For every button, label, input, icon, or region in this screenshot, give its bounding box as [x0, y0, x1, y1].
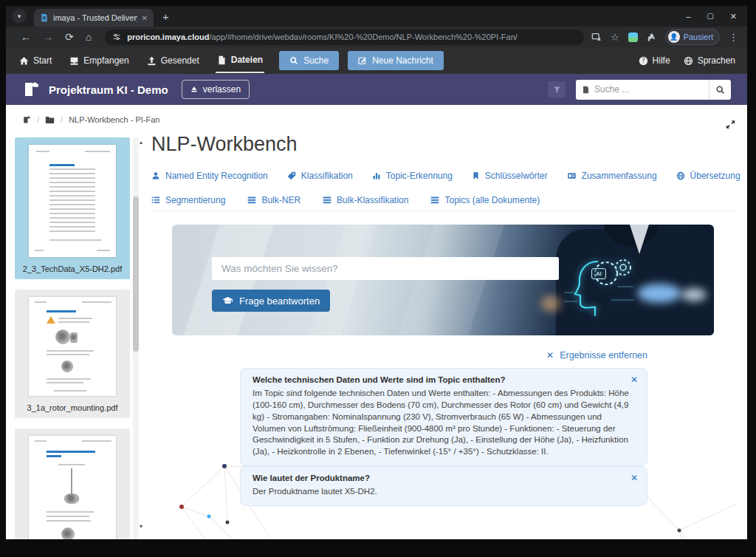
tab-schluesselwoerter[interactable]: Schlüsselwörter [472, 171, 548, 181]
url-path: /app/#home/drive/webdav/rooms/KI%20-%20D… [209, 33, 517, 41]
url-field[interactable]: proricon.imaya.cloud/app/#home/drive/web… [105, 30, 584, 45]
tab-label: Zusammenfassung [582, 171, 657, 181]
thumbnail-page-preview [29, 297, 116, 396]
inbox-icon [69, 56, 79, 66]
room-title: Projektraum KI - Demo [49, 83, 168, 96]
tab-topic-erkennung[interactable]: Topic-Erkennung [372, 171, 453, 181]
nav-item-gesendet[interactable]: Gesendet [145, 49, 201, 72]
answer-question-button[interactable]: Frage beantworten [212, 290, 330, 312]
nav-label: Start [33, 55, 52, 66]
tab-label: Segmentierung [165, 195, 225, 205]
remove-results-link[interactable]: ✕ Ergebnisse entfernen [546, 350, 647, 360]
extensions-puzzle-icon[interactable] [647, 33, 656, 42]
list-icon [151, 196, 160, 205]
sidebar-scrollbar[interactable] [133, 137, 139, 539]
new-message-button[interactable]: Neue Nachricht [348, 51, 444, 70]
nav-item-hilfe[interactable]: ? Hilfe [639, 55, 670, 66]
globe-icon [676, 171, 685, 180]
breadcrumb: / / NLP-Workbench - PI-Fan [22, 115, 159, 124]
home-icon[interactable]: ⌂ [86, 31, 92, 43]
ask-question-input[interactable] [212, 257, 559, 280]
thumbnail-rotor-mounting-pdf[interactable]: 3_1a_rotor_mounting.pdf [15, 290, 130, 418]
eject-icon [190, 86, 198, 93]
scroll-down-icon[interactable]: ▾ [140, 523, 142, 530]
tab-label: Übersetzung [690, 171, 740, 181]
svg-text:?: ? [642, 57, 645, 64]
browser-window: ▾ imaya - Trusted Delivery ✕ + – ▢ ✕ ← →… [6, 6, 747, 539]
thumbnail-page-preview [29, 436, 116, 539]
ai-chip-label: AI [591, 268, 606, 279]
window-close-button[interactable]: ✕ [730, 12, 737, 21]
tab-named-entity-recognition[interactable]: Named Entity Recognition [151, 171, 268, 181]
tab-segmentierung[interactable]: Segmentierung [151, 195, 225, 205]
magnifier-icon[interactable] [709, 80, 731, 100]
hero-decoration [180, 225, 275, 335]
nav-label: Empfangen [83, 55, 128, 66]
tab-close-icon[interactable]: ✕ [142, 14, 148, 22]
new-message-label: Neue Nachricht [372, 55, 433, 66]
workbench-tabs-row1: Named Entity Recognition Klassifikation … [151, 164, 747, 188]
qa-question: Welche technischen Daten und Werte sind … [252, 375, 635, 384]
bookmark-star-icon[interactable]: ☆ [611, 32, 619, 43]
hero-light-flare [541, 295, 560, 312]
nav-label: Dateien [231, 55, 263, 65]
page-title: NLP-Workbench [151, 133, 298, 156]
breadcrumb-current: NLP-Workbench - PI-Fan [69, 115, 159, 124]
nav-item-sprachen[interactable]: Sprachen [684, 55, 735, 66]
nav-item-empfangen[interactable]: Empfangen [68, 49, 130, 72]
nav-item-dateien[interactable]: Dateien [216, 48, 264, 73]
breadcrumb-root-icon[interactable] [22, 115, 31, 124]
send-to-device-icon[interactable] [591, 32, 602, 42]
scroll-up-icon[interactable]: ▴ [140, 139, 142, 146]
tab-uebersetzung[interactable]: Übersetzung [676, 171, 740, 181]
breadcrumb-folder-icon[interactable] [45, 115, 55, 124]
table-list-icon [430, 196, 439, 205]
thumbnail-third-pdf[interactable] [15, 428, 130, 539]
qa-question: Wie lautet der Produktname? [252, 474, 635, 482]
room-search-bar [576, 80, 731, 100]
new-tab-button[interactable]: + [162, 10, 169, 23]
help-label: Hilfe [653, 55, 670, 66]
qa-result-card: ✕ Wie lautet der Produktname? Der Produk… [240, 466, 647, 506]
nav-item-start[interactable]: Start [18, 49, 53, 72]
bookmark-icon [472, 171, 480, 180]
fullscreen-expand-icon[interactable] [726, 120, 735, 129]
room-filter-button[interactable] [548, 81, 566, 98]
profile-chip[interactable]: 👤 Pausiert [665, 29, 720, 45]
table-list-icon [247, 196, 256, 205]
hero-decoration [391, 225, 507, 335]
close-card-icon[interactable]: ✕ [630, 375, 638, 385]
back-icon[interactable]: ← [21, 31, 31, 43]
room-document-cloud-icon [22, 81, 40, 98]
browser-tab-strip: ▾ imaya - Trusted Delivery ✕ + – ▢ ✕ [6, 6, 747, 27]
site-info-icon[interactable] [112, 33, 121, 41]
forward-icon[interactable]: → [43, 31, 53, 43]
tab-label: Topics (alle Dokumente) [444, 195, 540, 205]
extension-colored-icon[interactable] [628, 33, 638, 42]
ask-ai-hero-banner: AI Frage beantworten [172, 225, 714, 335]
workbench-tabs-row2: Segmentierung Bulk-NER Bulk-Klassifikati… [151, 191, 540, 210]
window-minimize-button[interactable]: – [686, 12, 690, 21]
thumbnail-techdata-pdf[interactable]: 2_3_TechData_X5-DH2.pdf [15, 137, 130, 279]
tab-klassifikation[interactable]: Klassifikation [287, 171, 353, 181]
tab-favicon-icon [40, 13, 49, 22]
close-card-icon[interactable]: ✕ [630, 473, 638, 483]
search-scope-doc-icon[interactable] [576, 86, 594, 94]
tab-bulk-ner[interactable]: Bulk-NER [247, 195, 300, 205]
tab-label: Klassifikation [301, 171, 353, 181]
nav-label: Gesendet [161, 55, 199, 66]
room-search-input[interactable] [594, 84, 709, 95]
browser-menu-dots-icon[interactable]: ⋮ [729, 32, 738, 43]
tab-bulk-klassifikation[interactable]: Bulk-Klassifikation [323, 195, 408, 205]
tab-topics-alle-dokumente[interactable]: Topics (alle Dokumente) [430, 195, 540, 205]
search-button[interactable]: Suche [279, 51, 339, 70]
tab-zusammenfassung[interactable]: Zusammenfassung [567, 171, 657, 181]
browser-tab[interactable]: imaya - Trusted Delivery ✕ [34, 9, 154, 27]
window-maximize-button[interactable]: ▢ [707, 12, 713, 21]
tab-search-chevron-icon[interactable]: ▾ [12, 9, 27, 24]
person-icon [151, 171, 160, 180]
leave-room-button[interactable]: verlassen [182, 80, 250, 99]
hero-light-flare [637, 284, 681, 303]
reload-icon[interactable]: ⟳ [65, 31, 74, 43]
sidebar-scrollbar-thumb[interactable] [133, 197, 139, 352]
